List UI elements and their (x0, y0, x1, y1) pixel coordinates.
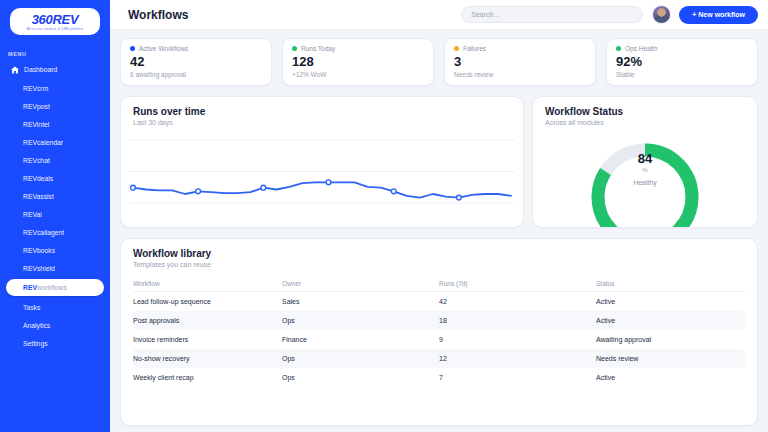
active-item-prefix: REV (23, 284, 37, 291)
stat-label: Failures (463, 45, 486, 52)
topbar: Workflows + New workflow (110, 0, 768, 30)
sidebar: 360REV All-in-one revenue & CRM platform… (0, 0, 110, 432)
table-row[interactable]: Invoice remindersFinance9Awaiting approv… (133, 330, 745, 349)
sidebar-item-label: REVcrm (23, 85, 48, 92)
stat-value: 92% (616, 55, 748, 68)
column-header-owner: Owner (282, 280, 439, 287)
sidebar-item-label: REVcallagent (23, 229, 64, 236)
cell-status: Active (596, 374, 745, 381)
column-header-runs-7d-: Runs (7d) (439, 280, 596, 287)
sidebar-item-label: Tasks (23, 304, 40, 311)
sidebar-item-revintel[interactable]: REVintel (0, 115, 110, 133)
home-icon (11, 66, 19, 74)
cell-workflow: Post approvals (133, 317, 282, 324)
table-row[interactable]: Post approvalsOps18Active (133, 311, 745, 330)
library-subtitle: Templates you can reuse (133, 261, 745, 268)
sidebar-item-revshield[interactable]: REVshield (0, 259, 110, 277)
data-point-marker[interactable] (131, 185, 136, 190)
status-dot-icon (292, 46, 297, 51)
data-point-marker[interactable] (261, 185, 266, 190)
new-workflow-button[interactable]: + New workflow (679, 6, 758, 24)
sidebar-item-revchat[interactable]: REVchat (0, 151, 110, 169)
cell-status: Awaiting approval (596, 336, 745, 343)
stat-label: Active Workflows (139, 45, 188, 52)
data-point-marker[interactable] (196, 189, 201, 194)
sidebar-item-revworkflows-active[interactable]: REVworkflows (6, 279, 104, 296)
sidebar-item-revbooks[interactable]: REVbooks (0, 241, 110, 259)
cell-owner: Finance (282, 336, 439, 343)
stat-value: 128 (292, 55, 424, 68)
cell-runs: 7 (439, 374, 596, 381)
sidebar-item-revpost[interactable]: REVpost (0, 97, 110, 115)
stat-card-active-workflows: Active Workflows426 awaiting approval (120, 38, 272, 86)
cell-owner: Ops (282, 355, 439, 362)
status-dot-icon (454, 46, 459, 51)
stat-card-header: Failures (454, 45, 586, 52)
cell-workflow: No-show recovery (133, 355, 282, 362)
cell-status: Active (596, 317, 745, 324)
sidebar-item-revcallagent[interactable]: REVcallagent (0, 223, 110, 241)
status-dot-icon (130, 46, 135, 51)
cell-runs: 9 (439, 336, 596, 343)
library-title: Workflow library (133, 248, 745, 259)
sidebar-item-revai[interactable]: REVai (0, 205, 110, 223)
sidebar-item-label: REVchat (23, 157, 50, 164)
sidebar-item-label: REVshield (23, 265, 55, 272)
status-card-subtitle: Across all modules (545, 119, 745, 126)
data-point-marker[interactable] (457, 195, 462, 200)
stats-row: Active Workflows426 awaiting approvalRun… (120, 38, 758, 86)
cell-owner: Ops (282, 374, 439, 381)
sidebar-item-label: REVpost (23, 103, 50, 110)
logo-tagline: All-in-one revenue & CRM platform (12, 27, 98, 31)
data-point-marker[interactable] (391, 189, 396, 194)
workflow-library-card: Workflow library Templates you can reuse… (120, 238, 758, 426)
stat-card-ops-health: Ops Health92%Stable (606, 38, 758, 86)
table-body: Lead follow-up sequenceSales42ActivePost… (133, 292, 745, 387)
cell-owner: Ops (282, 317, 439, 324)
table-row[interactable]: Lead follow-up sequenceSales42Active (133, 292, 745, 311)
sidebar-item-label: REVdeals (23, 175, 53, 182)
main-area: Workflows + New workflow Active Workflow… (110, 0, 768, 432)
status-donut-chart (533, 131, 757, 228)
stat-subtext: Needs review (454, 71, 586, 78)
sidebar-item-label: REVassist (23, 193, 54, 200)
menu-section-label: MENU (8, 51, 110, 57)
runs-over-time-card: Runs over time Last 30 days (120, 96, 524, 228)
column-header-status: Status (596, 280, 745, 287)
table-row[interactable]: Weekly client recapOps7Active (133, 368, 745, 387)
stat-card-header: Runs Today (292, 45, 424, 52)
cell-owner: Sales (282, 298, 439, 305)
logo-text: 360REV (12, 13, 98, 26)
logo[interactable]: 360REV All-in-one revenue & CRM platform (10, 8, 100, 35)
runs-card-title: Runs over time (133, 106, 511, 117)
sidebar-item-revdeals[interactable]: REVdeals (0, 169, 110, 187)
stat-value: 42 (130, 55, 262, 68)
runs-card-subtitle: Last 30 days (133, 119, 511, 126)
stat-label: Ops Health (625, 45, 658, 52)
sidebar-item-revcalendar[interactable]: REVcalendar (0, 133, 110, 151)
sidebar-item-tasks[interactable]: Tasks (0, 298, 110, 316)
sidebar-item-dashboard[interactable]: Dashboard (0, 60, 110, 79)
sidebar-item-analytics[interactable]: Analytics (0, 316, 110, 334)
stat-card-header: Ops Health (616, 45, 748, 52)
runs-series-line (133, 182, 511, 197)
status-card-title: Workflow Status (545, 106, 745, 117)
sidebar-item-label: Analytics (23, 322, 50, 329)
data-point-marker[interactable] (326, 180, 331, 185)
workflow-status-card: Workflow Status Across all modules 84 % … (532, 96, 758, 228)
stat-card-header: Active Workflows (130, 45, 262, 52)
sidebar-item-label: REVintel (23, 121, 49, 128)
stat-value: 3 (454, 55, 586, 68)
search-input[interactable] (461, 6, 643, 23)
cell-runs: 42 (439, 298, 596, 305)
user-avatar[interactable] (652, 5, 671, 24)
sidebar-item-settings[interactable]: Settings (0, 334, 110, 352)
table-row[interactable]: No-show recoveryOps12Needs review (133, 349, 745, 368)
sidebar-item-label: REVbooks (23, 247, 55, 254)
sidebar-item-revcrm[interactable]: REVcrm (0, 79, 110, 97)
sidebar-item-revassist[interactable]: REVassist (0, 187, 110, 205)
cell-workflow: Lead follow-up sequence (133, 298, 282, 305)
cell-status: Active (596, 298, 745, 305)
sidebar-menu: DashboardREVcrmREVpostREVintelREVcalenda… (0, 60, 110, 277)
cell-workflow: Invoice reminders (133, 336, 282, 343)
